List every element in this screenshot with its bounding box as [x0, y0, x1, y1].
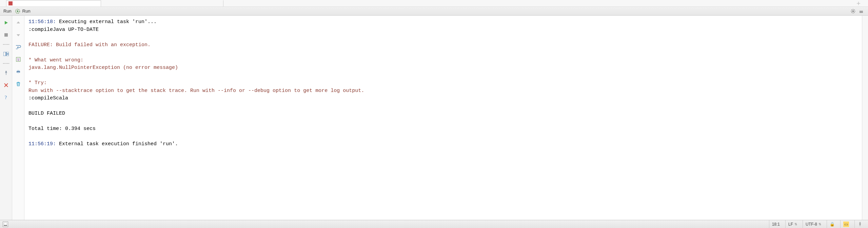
svg-rect-12 [860, 12, 863, 13]
file-type-icon [8, 1, 13, 5]
svg-line-9 [854, 10, 855, 10]
console-line: :compileScala [28, 95, 68, 101]
separator [3, 62, 9, 64]
collapse-icon[interactable] [856, 1, 861, 6]
run-config-icon [15, 8, 20, 14]
console-line: * Try: [28, 80, 47, 86]
editor-tab[interactable] [6, 0, 101, 6]
editor-error-stripe [862, 16, 868, 220]
soft-wrap-button[interactable] [15, 43, 22, 51]
run-tool-window-header: Run Run [0, 7, 868, 16]
svg-line-8 [854, 12, 855, 13]
tool-window-title: Run [3, 8, 12, 14]
svg-text:?: ? [5, 95, 7, 100]
inspection-profile-indicator[interactable]: ▭ [840, 220, 852, 228]
help-button[interactable]: ? [2, 94, 10, 101]
console-action-gutter [12, 16, 24, 220]
console-line: 11:56:18: [28, 19, 56, 25]
svg-rect-15 [3, 52, 6, 56]
hide-tool-window-icon[interactable] [858, 8, 865, 15]
caret-position-label: 18:1 [772, 222, 780, 227]
encoding-label: UTF-8 [806, 222, 817, 227]
svg-rect-16 [6, 52, 9, 54]
chevron-up-down-icon: ⇅ [818, 222, 821, 226]
run-tool-window-body: ? 11:56:18: Executing external task 'run… [0, 16, 868, 220]
caret-position[interactable]: 18:1 [769, 220, 783, 228]
encoding-selector[interactable]: UTF-8⇅ [803, 220, 824, 228]
svg-rect-14 [4, 33, 8, 37]
svg-rect-26 [17, 72, 19, 73]
svg-rect-25 [17, 70, 19, 71]
stop-button[interactable] [2, 31, 10, 39]
line-separator-selector[interactable]: LF⇅ [785, 220, 800, 228]
line-separator-label: LF [788, 222, 793, 227]
print-button[interactable] [15, 68, 22, 75]
close-button[interactable] [2, 81, 10, 89]
console-line: :compileJava UP-TO-DATE [28, 27, 99, 33]
run-config-name: Run [22, 8, 31, 14]
svg-rect-30 [18, 82, 19, 83]
console-line: BUILD FAILED [28, 111, 65, 116]
svg-line-7 [851, 10, 852, 10]
console-output[interactable]: 11:56:18: Executing external task 'run'.… [24, 16, 862, 220]
console-line: * What went wrong: [28, 57, 83, 63]
console-line: Total time: 0.394 secs [28, 126, 96, 132]
console-line: FAILURE: Build failed with an exception. [28, 42, 151, 48]
svg-point-2 [852, 10, 854, 12]
svg-marker-13 [5, 21, 8, 24]
tool-windows-quick-access-button[interactable] [3, 222, 8, 227]
console-line: java.lang.NullPointerException (no error… [28, 65, 178, 71]
console-line: Executing external task 'run'... [56, 19, 157, 25]
status-bar: 18:1 LF⇅ UTF-8⇅ 🔒 ▭ 🕴 [0, 220, 868, 228]
svg-marker-1 [17, 10, 19, 12]
separator [3, 43, 9, 45]
settings-icon[interactable] [850, 8, 856, 15]
pin-button[interactable] [2, 69, 10, 77]
rerun-button[interactable] [2, 19, 10, 26]
console-line: Run with --stacktrace option to get the … [28, 88, 364, 94]
run-action-gutter: ? [0, 16, 12, 220]
chevron-up-down-icon: ⇅ [794, 222, 797, 226]
read-only-toggle[interactable]: 🔒 [827, 220, 837, 228]
console-line: 11:56:19: [28, 141, 56, 147]
console-line: External task execution finished 'run'. [56, 141, 178, 147]
inspector-icon: ▭ [843, 222, 849, 227]
editor-split-divider [223, 0, 223, 6]
svg-line-10 [851, 12, 852, 13]
scroll-down-button[interactable] [15, 31, 22, 39]
layout-button[interactable] [2, 50, 10, 58]
scroll-up-button[interactable] [15, 19, 22, 26]
hector-indicator[interactable]: 🕴 [854, 220, 865, 228]
svg-rect-17 [6, 54, 9, 56]
svg-rect-32 [4, 225, 7, 226]
lock-icon: 🔒 [830, 222, 835, 227]
scroll-to-end-button[interactable] [15, 56, 22, 63]
clear-all-button[interactable] [15, 80, 22, 88]
editor-tab-strip [0, 0, 868, 7]
hector-icon: 🕴 [857, 222, 863, 227]
